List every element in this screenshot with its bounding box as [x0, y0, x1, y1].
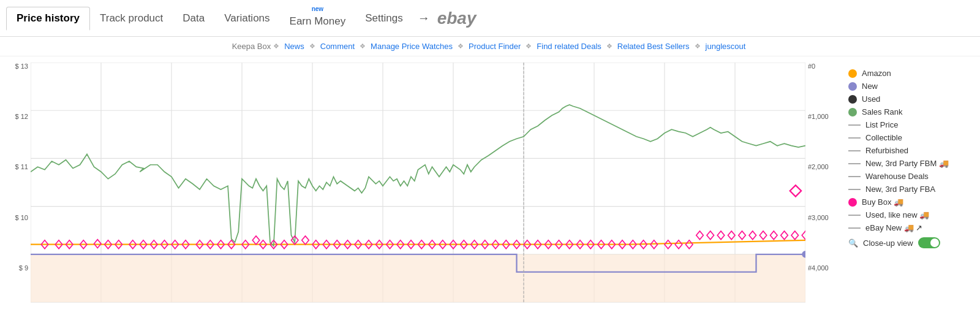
- legend-dot-10: [848, 198, 857, 207]
- svg-marker-19: [31, 254, 805, 302]
- chart-wrapper: $ 13$ 12$ 11$ 10$ 9$ 8 #0#1,000#2,000#3,…: [6, 63, 839, 309]
- legend-item-4: List Price: [848, 120, 965, 129]
- top-navigation: Price historyTrack productDataVariations…: [0, 0, 980, 37]
- sub-navigation: Keepa Box ❖ News ❖ Comment ❖ Manage Pric…: [0, 37, 980, 56]
- y-axis-left: $ 13$ 12$ 11$ 10$ 9$ 8: [6, 63, 31, 309]
- legend-label-2: Used: [862, 94, 880, 104]
- legend-item-2: Used: [848, 94, 965, 104]
- chart-container: $ 13$ 12$ 11$ 10$ 9$ 8 #0#1,000#2,000#3,…: [6, 63, 839, 309]
- legend-line-12: [848, 227, 861, 229]
- y-axis-right-label-1: #1,000: [808, 113, 829, 120]
- legend-item-0: Amazon: [848, 69, 965, 78]
- legend-item-3: Sales Rank: [848, 107, 965, 116]
- legend-line-11: [848, 215, 861, 216]
- ebay-logo: ebay: [437, 9, 477, 28]
- main-content: $ 13$ 12$ 11$ 10$ 9$ 8 #0#1,000#2,000#3,…: [0, 56, 980, 309]
- legend-line-5: [848, 137, 861, 139]
- y-axis-left-label-4: $ 9: [19, 264, 28, 272]
- subnav-comment[interactable]: Comment: [318, 40, 357, 52]
- keepa-box-label: Keepa Box: [232, 42, 271, 51]
- y-axis-left-label-1: $ 12: [15, 113, 28, 120]
- legend-label-12: eBay New 🚚 ↗: [865, 223, 922, 232]
- legend-label-5: Collectible: [865, 133, 902, 142]
- legend-item-11: Used, like new 🚚: [848, 210, 965, 219]
- nav-tab-settings[interactable]: Settings: [355, 7, 412, 29]
- price-chart[interactable]: [31, 63, 805, 309]
- legend-label-10: Buy Box 🚚: [862, 197, 903, 207]
- separator: ❖: [458, 42, 464, 50]
- legend-dot-1: [848, 82, 857, 91]
- y-axis-right-label-4: #4,000: [808, 264, 829, 272]
- separator: ❖: [360, 42, 366, 50]
- y-axis-right-label-3: #3,000: [808, 214, 829, 221]
- legend-label-11: Used, like new 🚚: [865, 210, 929, 219]
- subnav-junglescout[interactable]: junglescout: [703, 40, 748, 52]
- nav-tab-variations[interactable]: Variations: [214, 7, 279, 29]
- search-icon: 🔍: [848, 238, 858, 248]
- legend-item-1: New: [848, 82, 965, 91]
- legend-item-8: Warehouse Deals: [848, 172, 965, 181]
- legend-label-4: List Price: [865, 120, 898, 129]
- legend-label-6: Refurbished: [865, 146, 908, 155]
- y-axis-right-label-2: #2,000: [808, 163, 829, 170]
- legend-label-1: New: [862, 82, 878, 91]
- legend-label-0: Amazon: [862, 69, 891, 78]
- legend-label-9: New, 3rd Party FBA: [865, 185, 935, 194]
- arrow-icon: →: [413, 11, 435, 25]
- close-up-view-row: 🔍Close-up view: [848, 237, 965, 248]
- subnav-related-best-sellers[interactable]: Related Best Sellers: [615, 40, 692, 52]
- legend-item-12: eBay New 🚚 ↗: [848, 223, 965, 232]
- chart-legend: AmazonNewUsedSales RankList PriceCollect…: [839, 63, 974, 309]
- legend-line-6: [848, 150, 861, 151]
- nav-tab-price-history[interactable]: Price history: [6, 7, 90, 31]
- y-axis-right-label-0: #0: [808, 63, 815, 70]
- y-axis-right: #0#1,000#2,000#3,000#4,000#5,000: [805, 63, 839, 309]
- legend-dot-0: [848, 69, 857, 78]
- y-axis-left-label-3: $ 10: [15, 214, 28, 221]
- legend-item-10: Buy Box 🚚: [848, 197, 965, 207]
- legend-line-4: [848, 124, 861, 126]
- separator: ❖: [606, 42, 612, 50]
- separator: ❖: [526, 42, 532, 50]
- close-up-label: Close-up view: [863, 238, 913, 248]
- subnav-find-related-deals[interactable]: Find related Deals: [534, 40, 604, 52]
- legend-label-3: Sales Rank: [862, 107, 902, 116]
- legend-item-5: Collectible: [848, 133, 965, 142]
- legend-line-9: [848, 189, 861, 190]
- legend-dot-3: [848, 108, 857, 116]
- legend-item-7: New, 3rd Party FBM 🚚: [848, 159, 965, 168]
- legend-label-7: New, 3rd Party FBM 🚚: [865, 159, 949, 168]
- legend-line-8: [848, 176, 861, 177]
- separator: ❖: [273, 42, 279, 50]
- subnav-product-finder[interactable]: Product Finder: [466, 40, 523, 52]
- subnav-news[interactable]: News: [282, 40, 307, 52]
- nav-tab-data[interactable]: Data: [173, 7, 214, 29]
- subnav-manage-price-watches[interactable]: Manage Price Watches: [368, 40, 455, 52]
- legend-item-9: New, 3rd Party FBA: [848, 185, 965, 194]
- legend-dot-2: [848, 95, 857, 104]
- legend-item-6: Refurbished: [848, 146, 965, 155]
- legend-line-7: [848, 163, 861, 164]
- separator: ❖: [309, 42, 315, 50]
- y-axis-left-label-2: $ 11: [15, 163, 28, 170]
- close-up-toggle[interactable]: [918, 237, 940, 248]
- separator: ❖: [695, 42, 701, 50]
- legend-label-8: Warehouse Deals: [865, 172, 929, 181]
- nav-tab-earn-money[interactable]: newEarn Money: [280, 4, 356, 32]
- nav-tab-track-product[interactable]: Track product: [90, 7, 173, 29]
- y-axis-left-label-0: $ 13: [15, 63, 28, 70]
